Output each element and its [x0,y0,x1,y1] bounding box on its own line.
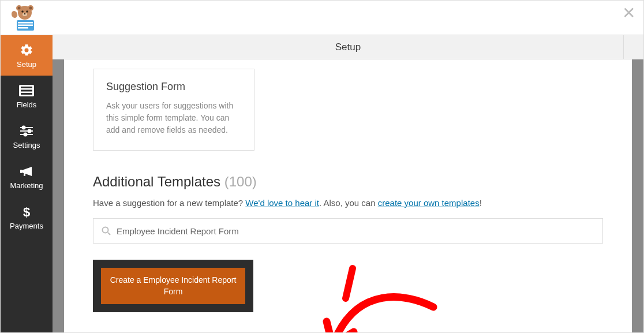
additional-templates-heading: Additional Templates (100) [93,174,603,190]
topbar: ✕ [1,1,643,35]
template-card-desc: Ask your users for suggestions with this… [106,100,241,136]
svg-point-3 [18,6,21,9]
svg-rect-17 [21,93,32,95]
svg-rect-24 [20,170,22,173]
template-search[interactable] [93,218,603,244]
suggest-mid: . Also, you can [319,198,378,208]
sliders-icon [19,124,34,138]
svg-rect-15 [21,87,32,88]
svg-point-21 [28,130,31,133]
sidebar-item-marketing[interactable]: Marketing [1,156,53,197]
additional-count: (100) [224,174,257,189]
list-icon [19,84,34,98]
sidebar-item-label: Fields [17,100,37,109]
arrow-annotation [318,264,445,332]
suggest-suffix: ! [480,198,482,208]
page-title-bar: Setup [53,35,643,59]
additional-heading-text: Additional Templates [93,174,220,189]
suggest-link[interactable]: We'd love to hear it [245,198,319,208]
svg-point-9 [10,10,18,18]
sidebar-item-label: Marketing [10,181,43,190]
suggest-line: Have a suggestion for a new template? We… [93,198,603,208]
sidebar-item-fields[interactable]: Fields [1,76,53,116]
gear-icon [19,43,34,57]
template-search-input[interactable] [117,226,594,236]
search-icon [102,226,111,235]
svg-rect-11 [18,22,33,24]
svg-rect-16 [21,90,32,92]
suggest-prefix: Have a suggestion for a new template? [93,198,245,208]
create-button-wrap: Create a Employee Incident Report Form [93,260,253,312]
template-card[interactable]: Suggestion Form Ask your users for sugge… [93,69,254,151]
main-area: Setup Suggestion Form Ask your users for… [53,35,643,332]
sidebar-item-settings[interactable]: Settings [1,116,53,156]
sidebar-item-setup[interactable]: Setup [1,35,53,76]
dollar-icon: $ [19,205,34,219]
svg-point-19 [23,126,25,129]
create-own-link[interactable]: create your own templates [378,198,480,208]
create-template-button[interactable]: Create a Employee Incident Report Form [101,268,245,304]
bullhorn-icon [19,164,34,178]
svg-text:$: $ [23,205,30,219]
svg-point-23 [24,133,27,136]
content-panel: Suggestion Form Ask your users for sugge… [64,59,632,332]
sidebar-item-label: Setup [17,60,36,69]
svg-point-4 [29,6,32,9]
sidebar: Setup Fields Settings [1,35,53,332]
svg-line-27 [108,233,110,235]
template-card-title: Suggestion Form [106,81,241,93]
svg-point-6 [26,10,28,13]
svg-point-26 [103,227,108,233]
svg-point-5 [21,10,24,13]
svg-point-8 [24,13,26,14]
sidebar-item-payments[interactable]: $ Payments [1,197,53,237]
sidebar-item-label: Payments [10,222,43,230]
page-title: Setup [335,42,361,53]
sidebar-item-label: Settings [13,141,40,149]
close-button[interactable]: ✕ [622,5,635,21]
svg-rect-12 [18,24,33,26]
svg-rect-13 [18,27,28,29]
logo [6,3,43,33]
